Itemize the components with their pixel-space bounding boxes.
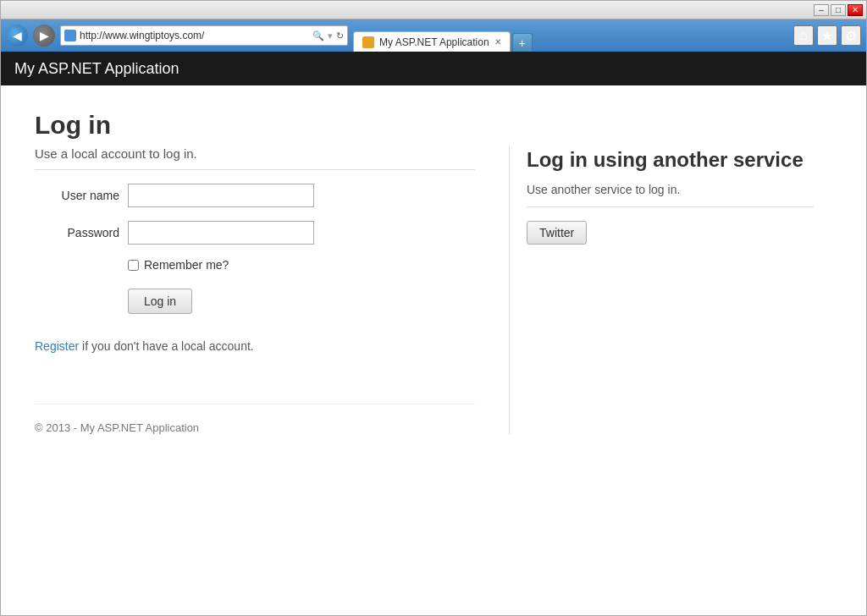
local-account-header: Use a local account to log in. — [35, 146, 475, 170]
toolbar-icons: ⌂ ★ ⚙ — [787, 25, 861, 46]
back-button[interactable]: ◀ — [6, 25, 28, 47]
forward-button[interactable]: ▶ — [33, 25, 55, 47]
username-input[interactable] — [128, 184, 314, 207]
password-group: Password — [35, 221, 475, 245]
home-button[interactable]: ⌂ — [793, 25, 814, 46]
remember-me-checkbox[interactable] — [128, 260, 139, 271]
username-label: User name — [35, 189, 119, 202]
tab-area: My ASP.NET Application ✕ + — [353, 19, 781, 52]
tab-label: My ASP.NET Application — [379, 36, 489, 48]
new-tab-button[interactable]: + — [512, 33, 533, 52]
app-navbar: My ASP.NET Application — [1, 52, 866, 85]
tab-close-icon[interactable]: ✕ — [494, 37, 501, 47]
nav-row: ◀ ▶ 🔍 ▾ ↻ My ASP.NET Application ✕ + — [1, 19, 866, 52]
footer: © 2013 - My ASP.NET Application — [35, 404, 475, 434]
main-layout: Use a local account to log in. User name… — [35, 146, 832, 434]
address-icon — [64, 30, 76, 41]
app-title: My ASP.NET Application — [14, 60, 179, 78]
title-bar: – □ ✕ — [1, 1, 866, 19]
register-link[interactable]: Register — [35, 339, 79, 353]
remember-me-group: Remember me? — [128, 258, 475, 272]
password-label: Password — [35, 226, 119, 239]
login-button-wrapper: Log in — [35, 289, 475, 314]
register-text: Register if you don't have a local accou… — [35, 339, 475, 353]
right-section: Log in using another service Use another… — [509, 146, 814, 434]
page-title: Log in — [35, 111, 832, 140]
other-service-title: Log in using another service — [527, 146, 814, 173]
page-content: Log in Use a local account to log in. Us… — [1, 85, 866, 615]
active-tab[interactable]: My ASP.NET Application ✕ — [353, 31, 511, 52]
favorites-button[interactable]: ★ — [817, 25, 837, 46]
password-input[interactable] — [128, 221, 314, 245]
twitter-button[interactable]: Twitter — [527, 221, 587, 245]
browser-nav: ◀ ▶ 🔍 ▾ ↻ My ASP.NET Application ✕ + — [1, 19, 866, 52]
address-input[interactable] — [80, 30, 309, 41]
address-bar[interactable]: 🔍 ▾ ↻ — [60, 25, 348, 46]
separator: ▾ — [328, 30, 333, 41]
username-group: User name — [35, 184, 475, 207]
remember-me-label: Remember me? — [144, 258, 229, 272]
close-button[interactable]: ✕ — [848, 4, 863, 16]
other-service-subtitle: Use another service to log in. — [527, 183, 814, 207]
register-suffix: if you don't have a local account. — [79, 339, 254, 353]
login-button[interactable]: Log in — [128, 289, 192, 314]
settings-button[interactable]: ⚙ — [841, 25, 861, 46]
search-button[interactable]: 🔍 — [312, 30, 324, 41]
left-section: Use a local account to log in. User name… — [35, 146, 475, 434]
refresh-button[interactable]: ↻ — [336, 30, 344, 41]
tab-icon — [362, 36, 374, 48]
minimize-button[interactable]: – — [814, 4, 829, 16]
footer-text: © 2013 - My ASP.NET Application — [35, 421, 199, 434]
restore-button[interactable]: □ — [831, 4, 846, 16]
